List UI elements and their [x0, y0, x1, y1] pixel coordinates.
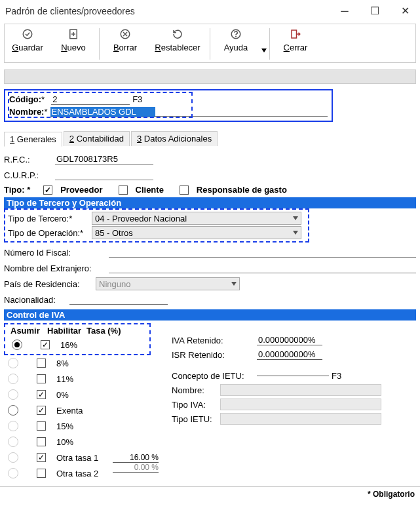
cliente-checkbox[interactable]	[119, 185, 128, 195]
save-button[interactable]: Guardar	[5, 28, 50, 60]
chevron-down-icon	[231, 282, 237, 286]
help-dropdown-caret-icon[interactable]	[261, 49, 267, 52]
section-tercero: Tipo de Tercero y Operación	[4, 197, 416, 208]
habilitar-header: Habilitar	[47, 326, 81, 336]
iva-retenido-label: IVA Retenido:	[172, 336, 257, 345]
help-icon	[230, 28, 242, 40]
new-button[interactable]: Nuevo	[50, 28, 96, 60]
nombre-input[interactable]: ENSAMBLADOS GDL	[50, 107, 155, 117]
curp-input[interactable]	[55, 170, 153, 180]
proveedor-checkbox[interactable]	[43, 185, 52, 195]
titlebar: Padrón de clientes/proveedores ─ ☐ ✕	[0, 0, 420, 22]
tipo-ietu-input	[220, 413, 381, 425]
tercero-dashed-box: Tipo de Tercero:* 04 - Proveedor Naciona…	[4, 208, 309, 243]
nacionalidad-input[interactable]	[69, 294, 168, 305]
asumir-radio-10[interactable]	[8, 437, 18, 447]
ret-nombre-input	[220, 384, 381, 396]
habilitar-check-otra2[interactable]	[37, 469, 46, 478]
habilitar-check-15[interactable]	[37, 421, 46, 431]
concepto-ietu-input[interactable]	[257, 376, 329, 376]
nombre-label: Nombre:	[9, 107, 44, 117]
footer-obligatorio: * Obligatorio	[0, 486, 420, 501]
section-iva: Control de IVA	[4, 309, 416, 321]
tasa-11: 11%	[56, 374, 73, 384]
reset-button[interactable]: Restablecer	[148, 28, 207, 60]
codigo-box: Código:* F3 Nombre:* ENSAMBLADOS GDL	[4, 89, 333, 122]
tipo-operacion-dropdown[interactable]: 85 - Otros	[92, 226, 301, 239]
exit-icon	[290, 28, 301, 40]
undo-icon	[172, 28, 183, 40]
asumir-radio-15[interactable]	[8, 421, 18, 431]
otra1-value[interactable]: 16.00 %	[113, 453, 159, 463]
asumir-radio-exenta[interactable]	[8, 405, 18, 416]
isr-retenido-label: ISR Retenido:	[172, 350, 257, 360]
tab-datos-adicionales[interactable]: 3 Datos Adicionales	[131, 131, 218, 146]
maximize-button[interactable]: ☐	[360, 0, 390, 22]
codigo-input[interactable]	[51, 94, 130, 105]
otra2-value[interactable]: 0.00 %	[113, 463, 159, 473]
nombre-extranjero-label: Nombre del Extranjero:	[4, 263, 109, 273]
asumir-radio-11[interactable]	[8, 374, 18, 384]
rfc-label: R.F.C.:	[4, 155, 55, 165]
habilitar-check-otra1[interactable]	[37, 453, 46, 462]
isr-retenido-value[interactable]: 0.000000000%	[257, 349, 322, 360]
cliente-label: Cliente	[136, 185, 164, 195]
codigo-req: *	[41, 94, 45, 104]
help-button[interactable]: Ayuda	[213, 28, 259, 60]
asumir-radio-8[interactable]	[8, 358, 18, 368]
pais-residencia-label: País de Residencia:	[4, 279, 96, 289]
concepto-f3: F3	[332, 371, 341, 381]
responsable-label: Responsable de gasto	[197, 185, 287, 195]
tabs: 1 Generales 2 Contabilidad 3 Datos Adici…	[4, 131, 416, 147]
delete-button[interactable]: Borrar	[102, 28, 148, 60]
tipo-operacion-label: Tipo de Operación:*	[8, 228, 92, 238]
iva-dashed-box: Asumir Habilitar Tasa (%) 16%	[4, 323, 151, 355]
codigo-f3: F3	[132, 94, 142, 104]
pais-residencia-dropdown[interactable]: Ninguno	[96, 277, 240, 290]
tasa-otra1: Otra tasa 1	[56, 453, 102, 463]
chevron-down-icon	[293, 231, 298, 235]
tipo-tercero-label: Tipo de Tercero:*	[8, 214, 92, 224]
codigo-label: Código:	[9, 94, 41, 104]
iva-retenido-value[interactable]: 0.000000000%	[257, 335, 322, 345]
tab-contabilidad[interactable]: 2 Contabilidad	[64, 131, 130, 146]
tipo-iva-label: Tipo IVA:	[172, 400, 218, 410]
tipo-ietu-label: Tipo IETU:	[172, 414, 218, 424]
habilitar-check-10[interactable]	[37, 437, 46, 446]
new-file-icon	[67, 28, 79, 40]
tipo-label: Tipo: *	[4, 185, 30, 195]
svg-rect-5	[292, 30, 297, 38]
rfc-input[interactable]	[55, 154, 153, 165]
delete-icon	[119, 28, 131, 40]
num-id-fiscal-input[interactable]	[109, 247, 416, 258]
asumir-radio-0[interactable]	[8, 389, 18, 400]
tipo-tercero-dropdown[interactable]: 04 - Proveedor Nacional	[92, 212, 301, 225]
asumir-radio-otra1[interactable]	[8, 452, 18, 463]
close-button[interactable]: ✕	[390, 0, 420, 22]
minimize-button[interactable]: ─	[330, 0, 360, 22]
ret-nombre-label: Nombre:	[172, 385, 218, 395]
iva-right: IVA Retenido: 0.000000000% ISR Retenido:…	[172, 323, 381, 427]
habilitar-check-11[interactable]	[37, 374, 46, 383]
gray-strip	[4, 69, 416, 84]
tab-generales[interactable]: 1 Generales	[4, 132, 62, 147]
nombre-extranjero-input[interactable]	[109, 263, 416, 273]
habilitar-check-8[interactable]	[37, 359, 46, 368]
asumir-radio-16[interactable]	[12, 340, 22, 350]
habilitar-check-0[interactable]	[37, 390, 46, 399]
chevron-down-icon	[293, 216, 298, 220]
tasa-16: 16%	[60, 340, 77, 350]
tasa-otra2: Otra tasa 2	[56, 469, 98, 478]
habilitar-check-exenta[interactable]	[37, 406, 46, 415]
responsable-checkbox[interactable]	[180, 185, 189, 195]
tasa-8: 8%	[56, 359, 69, 368]
window-title: Padrón de clientes/proveedores	[5, 6, 330, 16]
tasa-10: 10%	[56, 437, 73, 447]
tasa-header: Tasa (%)	[86, 326, 121, 336]
habilitar-check-16[interactable]	[41, 340, 50, 349]
tasa-15: 15%	[56, 421, 73, 431]
svg-point-4	[236, 36, 237, 37]
toolbar: Guardar Nuevo Borrar Restablecer Ayuda C…	[4, 24, 416, 63]
asumir-radio-otra2[interactable]	[8, 468, 18, 478]
close-toolbar-button[interactable]: Cerrar	[273, 28, 318, 60]
